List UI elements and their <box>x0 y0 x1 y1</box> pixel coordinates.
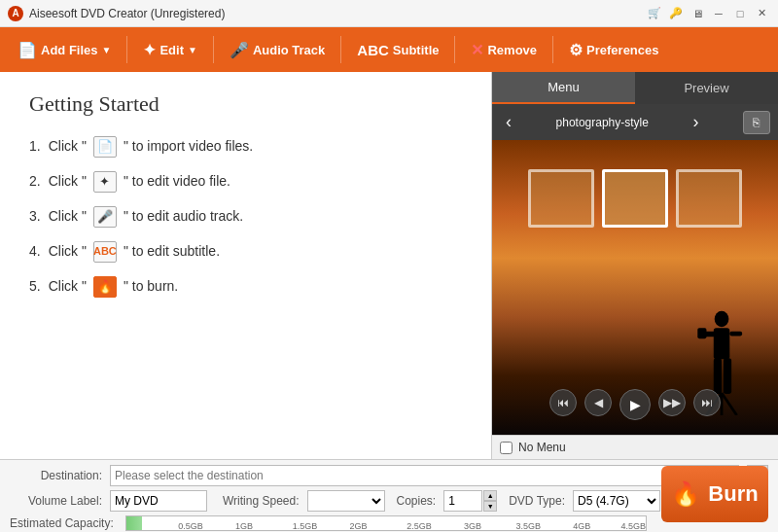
nav-next-arrow[interactable]: › <box>687 110 704 134</box>
copies-down-button[interactable]: ▼ <box>483 501 497 512</box>
gear-icon: ⚙ <box>569 41 583 59</box>
key-icon[interactable]: 🔑 <box>667 5 685 22</box>
burn-section: 🔥 Burn <box>661 466 768 522</box>
svg-rect-1 <box>714 328 730 359</box>
add-files-dropdown-icon[interactable]: ▼ <box>102 45 112 55</box>
burn-button[interactable]: 🔥 Burn <box>661 466 768 522</box>
step-3: 3. Click " 🎤 " to edit audio track. <box>29 206 462 228</box>
subtitle-label: Subtitle <box>393 43 440 57</box>
title-bar: A Aiseesoft DVD Creator (Unregistered) 🛒… <box>0 0 778 27</box>
audio-track-label: Audio Track <box>253 43 325 57</box>
photo-frame-3 <box>676 169 742 228</box>
photo-frames <box>512 169 759 228</box>
writing-speed-label: Writing Speed: <box>223 494 300 508</box>
capacity-bar: 0.5GB 1GB 1.5GB 2GB 2.5GB 3GB 3.5GB 4GB … <box>125 515 647 531</box>
step5-burn-icon: 🔥 <box>93 276 117 298</box>
copies-up-button[interactable]: ▲ <box>483 490 497 501</box>
add-files-icon: 📄 <box>18 41 37 59</box>
copies-input[interactable] <box>443 490 482 512</box>
copies-spinner: ▲ ▼ <box>443 490 497 512</box>
dvd-type-label: DVD Type: <box>509 494 565 508</box>
preview-panel: Menu Preview ‹ photography-style › ⎘ <box>491 72 778 459</box>
preferences-label: Preferences <box>586 43 658 57</box>
play-button[interactable]: ▶ <box>619 389 651 420</box>
edit-button[interactable]: ✦ Edit ▼ <box>133 32 206 67</box>
divider-1 <box>126 36 127 63</box>
toolbar: 📄 Add Files ▼ ✦ Edit ▼ 🎤 Audio Track ABC… <box>0 27 778 72</box>
abc-icon: ABC <box>357 42 389 58</box>
add-files-label: Add Files <box>41 43 98 57</box>
copy-icon: ⎘ <box>753 116 760 129</box>
remove-x-icon: ✕ <box>471 41 483 59</box>
copy-style-button[interactable]: ⎘ <box>743 111 770 134</box>
no-menu-bar: No Menu <box>492 435 778 459</box>
burn-label: Burn <box>708 481 758 507</box>
remove-label: Remove <box>487 43 537 57</box>
nav-prev-arrow[interactable]: ‹ <box>500 110 517 134</box>
cart-icon[interactable]: 🛒 <box>646 5 663 22</box>
minimize-button[interactable]: ─ <box>710 5 727 22</box>
photo-frame-1 <box>528 169 594 228</box>
settings-row: Volume Label: Writing Speed: Copies: ▲ ▼… <box>10 490 768 512</box>
step-1: 1. Click " 📄 " to import video files. <box>29 136 462 158</box>
step3-audio-icon: 🎤 <box>93 206 117 228</box>
bottom-bar: Destination: ▼ Volume Label: Writing Spe… <box>0 459 778 532</box>
close-button[interactable]: ✕ <box>753 5 770 22</box>
edit-dropdown-icon[interactable]: ▼ <box>188 45 197 55</box>
remove-button[interactable]: ✕ Remove <box>461 32 547 67</box>
preview-nav: ‹ photography-style › ⎘ <box>492 104 778 140</box>
tick-1.5gb: 1.5GB <box>293 521 318 531</box>
app-icon: A <box>8 6 23 21</box>
tab-menu[interactable]: Menu <box>492 72 635 104</box>
tick-1gb: 1GB <box>235 521 253 531</box>
subtitle-button[interactable]: ABC Subtitle <box>347 32 448 67</box>
main-area: Getting Started 1. Click " 📄 " to import… <box>0 72 778 459</box>
tab-preview[interactable]: Preview <box>635 72 778 104</box>
microphone-icon: 🎤 <box>230 41 249 59</box>
tick-3.5gb: 3.5GB <box>515 521 541 531</box>
tick-3gb: 3GB <box>464 521 481 531</box>
estimated-capacity-label: Estimated Capacity: <box>10 516 114 530</box>
writing-speed-select[interactable] <box>307 490 385 512</box>
tick-4.5gb: 4.5GB <box>620 521 646 531</box>
capacity-bar-fill <box>126 516 142 530</box>
divider-5 <box>552 36 553 63</box>
add-files-button[interactable]: 📄 Add Files ▼ <box>8 32 121 67</box>
getting-started-title: Getting Started <box>29 91 462 117</box>
no-menu-checkbox[interactable] <box>500 442 513 454</box>
window-controls: 🛒 🔑 🖥 ─ □ ✕ <box>646 5 770 22</box>
audio-track-button[interactable]: 🎤 Audio Track <box>220 32 335 67</box>
rewind-button[interactable]: ◀ <box>584 389 612 416</box>
tick-2.5gb: 2.5GB <box>407 521 432 531</box>
tick-2gb: 2GB <box>349 521 367 531</box>
edit-label: Edit <box>159 43 184 57</box>
svg-rect-4 <box>729 332 742 337</box>
divider-4 <box>454 36 455 63</box>
fast-forward-button[interactable]: ▶▶ <box>658 389 686 416</box>
app-title: Aiseesoft DVD Creator (Unregistered) <box>29 7 225 20</box>
volume-input[interactable] <box>110 490 207 512</box>
divider-2 <box>213 36 214 63</box>
step-5: 5. Click " 🔥 " to burn. <box>29 276 462 298</box>
divider-3 <box>340 36 341 63</box>
volume-label: Volume Label: <box>10 494 102 508</box>
step4-abc-icon: ABC <box>93 241 117 263</box>
skip-back-button[interactable]: ⏮ <box>549 389 577 416</box>
skip-forward-button[interactable]: ⏭ <box>693 389 721 416</box>
preview-tabs: Menu Preview <box>492 72 778 104</box>
photo-frame-2 <box>602 169 668 228</box>
copies-label: Copies: <box>397 494 437 508</box>
monitor-icon[interactable]: 🖥 <box>689 5 706 22</box>
tick-4gb: 4GB <box>573 521 590 531</box>
maximize-button[interactable]: □ <box>731 5 749 22</box>
preferences-button[interactable]: ⚙ Preferences <box>559 32 668 67</box>
step2-edit-icon: ✦ <box>93 171 117 193</box>
capacity-row: Estimated Capacity: 0.5GB 1GB 1.5GB 2GB … <box>10 515 768 531</box>
destination-input[interactable] <box>110 465 739 486</box>
step1-add-files-icon: 📄 <box>93 136 117 158</box>
edit-icon: ✦ <box>143 41 156 59</box>
burn-flame-icon: 🔥 <box>671 480 700 508</box>
svg-point-0 <box>715 311 729 328</box>
dvd-type-select[interactable]: D5 (4.7G) <box>573 490 660 512</box>
tick-0.5gb: 0.5GB <box>178 521 203 531</box>
